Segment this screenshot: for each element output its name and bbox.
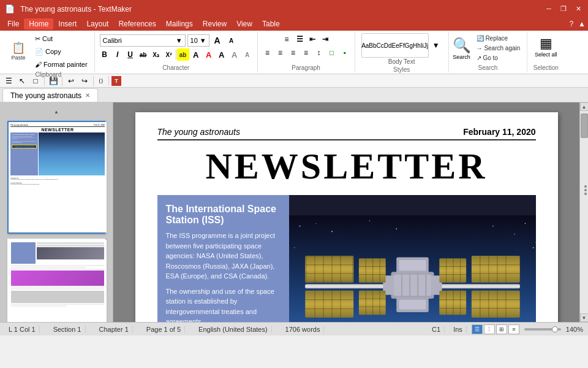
indent-increase-btn[interactable]: ⇥ [319, 33, 331, 45]
font-selector-row: Calibri ▼ 10 ▼ A A [99, 33, 239, 48]
menu-view[interactable]: View [232, 18, 257, 29]
border-btn[interactable]: □ [326, 47, 338, 59]
go-to-btn[interactable]: ↗ Go to [473, 53, 524, 63]
font-color-btn[interactable]: A [203, 48, 215, 61]
font-group: Calibri ▼ 10 ▼ A A B I U ab X₂ X² [95, 32, 258, 72]
restore-btn[interactable]: ❐ [559, 4, 568, 13]
tab-close-btn[interactable]: ✕ [85, 92, 90, 99]
svg-rect-18 [399, 300, 426, 310]
style-gallery-arrow[interactable]: ▼ [430, 39, 442, 52]
scroll-thumb[interactable] [581, 113, 588, 138]
copy-btn[interactable]: 📄 Copy [32, 46, 91, 58]
clear-format-btn[interactable]: A [190, 48, 202, 61]
view-web-btn[interactable]: ⊞ [496, 324, 507, 334]
zoom-thumb[interactable] [552, 326, 558, 332]
svg-rect-58 [471, 256, 519, 283]
svg-rect-8 [393, 275, 431, 296]
save-btn[interactable]: 💾 [47, 75, 59, 87]
svg-point-78 [514, 234, 514, 234]
view-outline-btn[interactable]: ⋮ [484, 324, 495, 334]
status-ins: Ins [450, 326, 467, 333]
page-thumb-2[interactable] [7, 239, 105, 322]
uppercase-btn[interactable]: A [216, 48, 228, 61]
font-size-sm-btn[interactable]: A [241, 48, 254, 61]
menu-mailings[interactable]: Mailings [161, 18, 198, 29]
doc-canvas[interactable]: The young astronauts February 11, 2020 N… [113, 102, 579, 322]
font-size-up-btn[interactable]: A [211, 34, 224, 47]
scroll-track[interactable] [580, 111, 589, 313]
font-size-down-btn[interactable]: A [225, 34, 238, 47]
panel-dot-2 [584, 189, 587, 191]
page-thumb-1[interactable]: The young astronauts Feb 11, 2020 NEWSLE… [7, 121, 105, 234]
align-left-btn[interactable]: ≡ [262, 47, 274, 59]
align-right-btn[interactable]: ≡ [287, 47, 300, 59]
shading-btn[interactable]: ▪ [339, 47, 351, 59]
cut-btn[interactable]: ✂ Cut [32, 33, 91, 45]
menu-table[interactable]: Table [257, 18, 285, 29]
format-painter-btn[interactable]: 🖌 Format painter [32, 59, 91, 70]
font-size-box[interactable]: 10 ▼ [187, 34, 209, 47]
view-normal-btn[interactable]: ☰ [472, 324, 483, 334]
font-size-lg-btn[interactable]: A [228, 48, 241, 61]
help-btn[interactable]: ? [569, 20, 573, 28]
zoom-slider[interactable] [524, 328, 561, 331]
scroll-up-btn[interactable]: ▲ [580, 102, 589, 111]
scroll-down-btn[interactable]: ▼ [580, 313, 589, 322]
minimize-btn[interactable]: ─ [544, 4, 554, 13]
align-justify-btn[interactable]: ≡ [300, 47, 312, 59]
status-wordcount: 1706 words [282, 326, 325, 333]
doc-right-column [289, 195, 536, 322]
cursor-btn[interactable]: ↖ [16, 75, 28, 87]
strikethrough-btn[interactable]: ab [137, 48, 149, 61]
text-frame-btn[interactable]: ⟨⟩ [96, 75, 106, 87]
styles-group: AaBbCcDdEeFfGgHhIiJj ▼ Body Text Styles [355, 32, 449, 72]
search-btn[interactable]: 🔍 Search [453, 37, 471, 60]
subscript-btn[interactable]: X₂ [150, 48, 162, 61]
doc-content-row: The International Space Station (ISS) Th… [157, 195, 536, 322]
thumb-scroll-up[interactable]: ▲ [52, 107, 61, 116]
undo-btn[interactable]: ↩ [65, 75, 77, 87]
bold-btn[interactable]: B [99, 48, 111, 61]
svg-rect-52 [439, 291, 466, 315]
status-bar: L 1 Col 1 Section 1 Chapter 1 Page 1 of … [0, 322, 588, 335]
svg-rect-19 [305, 256, 353, 283]
indent-decrease-btn[interactable]: ⇤ [306, 33, 318, 45]
search-again-btn[interactable]: → Search again [473, 44, 524, 53]
align-center-btn[interactable]: ≡ [274, 47, 287, 59]
font-name-box[interactable]: Calibri ▼ [100, 34, 186, 47]
underline-btn[interactable]: U [124, 48, 137, 61]
status-right: C1 Ins ☰ ⋮ ⊞ ≡ 140% [428, 324, 583, 334]
menu-file[interactable]: File [2, 18, 24, 29]
svg-rect-27 [305, 291, 353, 318]
superscript-btn[interactable]: X² [163, 48, 175, 61]
select-all-btn[interactable]: ▦ Select all [532, 33, 560, 60]
paste-btn[interactable]: 📋 Paste [6, 40, 31, 63]
main-area: ▲ The young astronauts Feb 11, 2020 NEWS… [0, 102, 588, 322]
iss-para1: The ISS programme is a joint project bet… [166, 231, 281, 282]
menu-references[interactable]: References [113, 18, 160, 29]
textmaker-icon: T [111, 76, 121, 86]
svg-point-75 [369, 220, 369, 221]
toolbar2: ☰ ↖ □ 💾 ↩ ↪ ⟨⟩ T [0, 74, 588, 88]
redo-btn[interactable]: ↪ [78, 75, 91, 87]
style-normal-btn[interactable]: AaBbCcDdEeFfGgHhIiJj [361, 33, 429, 58]
view-mode-btn[interactable]: ☰ [2, 75, 15, 87]
draw-btn[interactable]: □ [29, 75, 42, 87]
line-spacing-btn[interactable]: ↕ [313, 47, 325, 59]
doc-tab-astronauts[interactable]: The young astronauts ✕ [2, 88, 98, 102]
replace-btn[interactable]: 🔄 Replace [473, 34, 524, 43]
zoom-level: 140% [566, 326, 583, 333]
menu-layout[interactable]: Layout [81, 18, 113, 29]
number-list-btn[interactable]: ☰ [293, 33, 306, 45]
ribbon-collapse-btn[interactable]: ▲ [578, 20, 586, 28]
bullet-list-btn[interactable]: ≡ [281, 33, 293, 45]
text-highlight-btn[interactable]: ab [177, 48, 189, 61]
svg-point-82 [532, 247, 533, 248]
italic-btn[interactable]: I [111, 48, 124, 61]
view-read-btn[interactable]: ≡ [508, 324, 519, 334]
menu-insert[interactable]: Insert [53, 18, 81, 29]
menu-review[interactable]: Review [198, 18, 232, 29]
close-btn[interactable]: ✕ [573, 4, 583, 13]
title-bar: 📄 The young astronauts - TextMaker ─ ❐ ✕ [0, 0, 588, 17]
menu-home[interactable]: Home [24, 18, 53, 29]
